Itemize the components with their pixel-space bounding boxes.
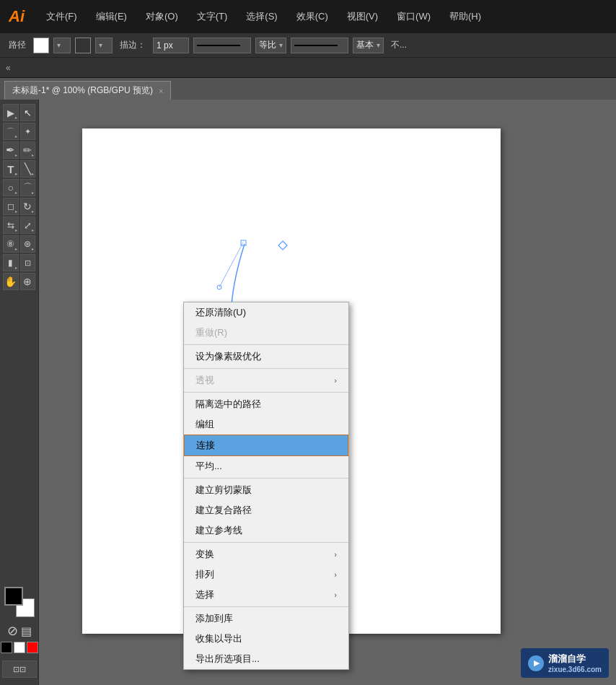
color-area: ⊘ ▤ ⊡⊡ [3,584,35,681]
ctx-select[interactable]: 选择 › [184,585,348,605]
tool-row-3: ✒▸ ✏▸ [3,141,35,159]
tool-hand[interactable]: ✋ [3,273,19,290]
tool-row-8: ⑧▸ ⊛▸ [3,235,35,253]
stroke-style-dropdown[interactable]: 等比 [255,38,286,53]
menu-effect[interactable]: 效果(C) [294,9,331,25]
menu-text[interactable]: 文字(T) [194,9,231,25]
stroke-preview [193,38,251,53]
ctx-group[interactable]: 编组 [184,414,348,435]
tool-ellipse[interactable]: ○▸ [3,179,19,196]
main-toolbar: 路径 描边： 1 px 等比 基本 不... [0,33,616,58]
tab-bar: 未标题-1* @ 100% (RGB/GPU 预览) × [0,78,616,100]
tool-reflect[interactable]: ⇆▸ [3,217,19,234]
canvas-area: 还原清除(U) 重做(R) 设为像素级优化 透视 › 隔离选中的路径 [39,100,616,685]
tool-pen[interactable]: ✒▸ [3,141,19,159]
stroke-label: 描边： [117,39,149,51]
fill-dropdown[interactable] [53,38,71,53]
watermark: ▶ 溜溜自学 zixue.3d66.com [521,648,609,678]
none-icon[interactable]: ⊘ [7,623,18,639]
tool-brush[interactable]: ⌒▸ [20,179,36,196]
ctx-connect[interactable]: 连接 [184,435,348,456]
artboard-btn[interactable]: ⊡⊡ [2,660,37,678]
tool-select[interactable]: ▶▸ [3,104,19,121]
context-menu: 还原清除(U) 重做(R) 设为像素级优化 透视 › 隔离选中的路径 [183,302,349,670]
tool-row-5: ○▸ ⌒▸ [3,179,35,196]
watermark-sub: zixue.3d66.com [548,666,602,673]
menu-file[interactable]: 文件(F) [43,9,80,25]
ctx-arrange-arrow: › [334,570,337,579]
tool-zoom[interactable]: ⊕ [20,273,36,290]
menu-edit[interactable]: 编辑(E) [93,9,130,25]
ctx-transform-arrow: › [334,550,337,559]
tool-blend[interactable]: ⑧▸ [3,235,19,253]
tool-eraser[interactable]: ◻▸ [3,198,19,215]
tool-line[interactable]: ╲▸ [20,160,36,178]
ctx-perspective-arrow: › [334,376,337,385]
ctx-sep-2 [184,368,348,369]
watermark-play-icon: ▶ [528,655,544,671]
tool-rotate[interactable]: ↻▸ [20,198,36,215]
red-swatch[interactable] [27,642,38,653]
small-swatches [1,642,38,653]
watermark-name: 溜溜自学 [548,653,586,664]
foreground-color-swatch[interactable] [4,587,23,606]
ctx-sep-3 [184,392,348,393]
stroke-swatch[interactable] [75,38,91,53]
ctx-sep-4 [184,478,348,479]
tool-row-6: ◻▸ ↻▸ [3,198,35,215]
tool-row-1: ▶▸ ↖ [3,104,35,121]
menu-object[interactable]: 对象(O) [143,9,181,25]
ctx-guideline[interactable]: 建立参考线 [184,520,348,541]
ctx-pixel-opt[interactable]: 设为像素级优化 [184,346,348,367]
ctx-average[interactable]: 平均... [184,456,348,476]
document-tab[interactable]: 未标题-1* @ 100% (RGB/GPU 预览) × [4,81,171,100]
tab-close-btn[interactable]: × [159,87,163,95]
ctx-add-library[interactable]: 添加到库 [184,608,348,629]
fg-bg-swatches [4,587,35,617]
menu-window[interactable]: 窗口(W) [394,9,434,25]
ctx-select-arrow: › [334,590,337,599]
ctx-undo[interactable]: 还原清除(U) [184,302,348,323]
tab-title: 未标题-1* @ 100% (RGB/GPU 预览) [12,84,153,97]
tool-lasso[interactable]: ⌒▸ [3,123,19,140]
ctx-transform[interactable]: 变换 › [184,544,348,564]
stroke-profile-dropdown[interactable]: 基本 [353,38,384,53]
stroke-value-field[interactable]: 1 px [153,38,189,53]
menu-view[interactable]: 视图(V) [344,9,381,25]
menu-help[interactable]: 帮助(H) [446,9,484,25]
toolbox: ▶▸ ↖ ⌒▸ ✦ ✒▸ ✏▸ T▸ ╲▸ ○▸ ⌒▸ ◻▸ ↻▸ ⇆▸ ⤢▸ … [0,100,39,685]
stroke-end-preview [291,38,348,53]
ctx-perspective: 透视 › [184,370,348,391]
ctx-arrange[interactable]: 排列 › [184,564,348,585]
ctx-collect-export[interactable]: 收集以导出 [184,629,348,649]
ctx-redo: 重做(R) [184,323,348,343]
tool-direct-select[interactable]: ↖ [20,104,36,121]
white-swatch[interactable] [14,642,25,653]
tool-pencil[interactable]: ✏▸ [20,141,36,159]
tool-graph[interactable]: ▮▸ [3,254,19,271]
ctx-export-selected[interactable]: 导出所选项目... [184,649,348,669]
ctx-clipping-mask[interactable]: 建立剪切蒙版 [184,480,348,500]
not-aligned-label: 不... [388,39,410,51]
app-logo: Ai [6,6,27,27]
tool-row-9: ✋ ⊕ [3,273,35,290]
tool-row-4: T▸ ╲▸ [3,160,35,178]
stroke-swatch-dropdown[interactable] [95,38,113,53]
tool-artboard[interactable]: ⊡ [20,254,36,271]
toolbar-collapse-btn[interactable]: « [6,63,11,73]
fill-swatch[interactable] [33,38,49,53]
ctx-compound-path[interactable]: 建立复合路径 [184,500,348,520]
main-area: ▶▸ ↖ ⌒▸ ✦ ✒▸ ✏▸ T▸ ╲▸ ○▸ ⌒▸ ◻▸ ↻▸ ⇆▸ ⤢▸ … [0,100,616,685]
tool-type[interactable]: T▸ [3,160,19,178]
ctx-sep-5 [184,542,348,543]
artboard-tool-bottom[interactable]: ⊡⊡ [2,660,37,678]
tool-scale[interactable]: ⤢▸ [20,217,36,234]
ctx-isolate-path[interactable]: 隔离选中的路径 [184,394,348,414]
black-swatch[interactable] [1,642,12,653]
menu-select[interactable]: 选择(S) [243,9,280,25]
tool-magic-wand[interactable]: ✦ [20,123,36,140]
titlebar: Ai 文件(F) 编辑(E) 对象(O) 文字(T) 选择(S) 效果(C) 视… [0,0,616,33]
tool-symbol-spray[interactable]: ⊛▸ [20,235,36,253]
gradient-icon[interactable]: ▤ [21,624,32,638]
tool-row-graph: ▮▸ ⊡ [3,254,35,271]
